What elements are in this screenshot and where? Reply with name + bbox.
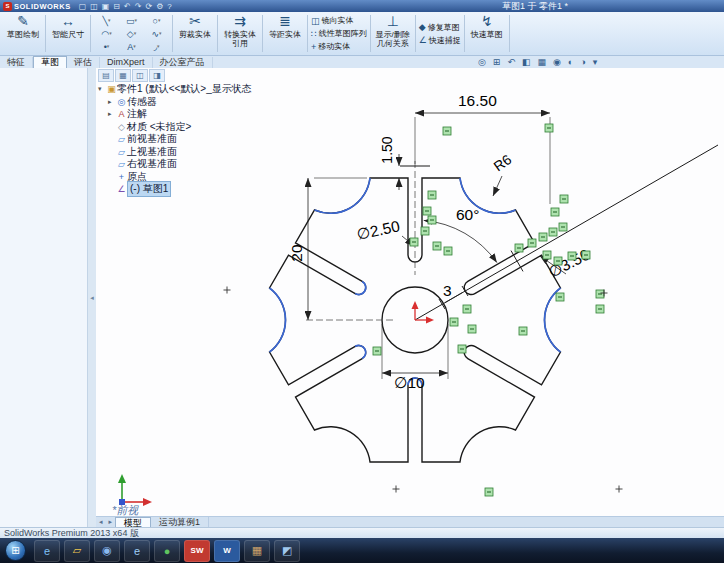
zoom-fit-icon[interactable]: ◎ [478,56,486,68]
tab-office[interactable]: 办公室产品 [153,57,213,68]
taskbar-notes-icon[interactable]: ◩ [274,540,300,562]
taskbar-browser-icon[interactable]: e [124,540,150,562]
rectangle-icon[interactable]: ▭▾ [119,14,144,28]
taskbar-ie-icon[interactable]: e [34,540,60,562]
highlighted-arcs[interactable] [270,178,561,385]
start-button[interactable]: ⊞ [5,540,26,561]
rapid-sketch-button[interactable]: ↯快速草图 [466,12,508,55]
tab-evaluate[interactable]: 评估 [67,57,100,68]
circle-icon[interactable]: ○▾ [144,14,169,28]
line-icon[interactable]: ╲▾ [94,14,119,28]
tree-root-part-expander[interactable]: ▾ [98,85,106,93]
mirror-entities-button-icon: ◫ [311,16,320,26]
section-view-icon[interactable]: ◧ [522,56,531,68]
model-tabs-scroll-left[interactable]: ◂ [96,518,106,526]
dim-bore-label[interactable]: ∅10 [394,374,425,391]
tree-item-top-plane[interactable]: ▱上视基准面 [98,146,230,159]
dim-top-width-label[interactable]: 16.50 [458,92,497,109]
help-icon[interactable]: ? [167,1,171,12]
tab-sketch[interactable]: 草图 [33,56,67,68]
repair-sketch-button-label: 修复草图 [428,22,460,33]
tree-item-right-plane[interactable]: ▱右视基准面 [98,158,230,171]
print-icon[interactable]: ⊟ [113,1,120,12]
feature-manager-tab[interactable]: ▤ [98,69,114,82]
hide-show-items-icon[interactable]: ◐ [568,56,573,68]
options-icon[interactable]: ⚙ [156,1,163,12]
tab-features[interactable]: 特征 [0,57,33,68]
tab-dimxpert[interactable]: DimXpert [100,57,153,68]
fillet-icon[interactable]: ◞▾ [144,40,169,54]
dimension-group[interactable]: 16.50 1.50 R6 60° ∅2.50 [288,92,593,391]
previous-view-icon[interactable]: ↶ [507,56,515,68]
taskbar-archive-icon[interactable]: ▦ [244,540,270,562]
arc-icon[interactable]: ◠▾ [94,27,119,41]
taskbar-green-app-icon[interactable]: ● [154,540,180,562]
tree-item-sensors[interactable]: ▸◎传感器 [98,96,230,109]
taskbar-solidworks-icon[interactable]: SW [184,540,210,562]
display-manager-tab[interactable]: ◨ [149,69,165,82]
trim-entities-button-label: 剪裁实体 [176,30,214,39]
quick-snaps-button[interactable]: ∠快速捕捉 [419,34,461,47]
model-tab[interactable]: 模型 [115,517,151,528]
dim-slot-width-label[interactable]: ∅2.50 [355,217,402,243]
tree-item-front-plane[interactable]: ▱前视基准面 [98,133,230,146]
tree-item-sensors-expander[interactable]: ▸ [108,98,116,106]
smart-dimension-button-label: 智能尺寸 [49,30,87,39]
taskbar-word-icon[interactable]: W [214,540,240,562]
repair-sketch-button-icon: ◆ [419,22,426,32]
tree-item-origin-icon: + [116,172,127,182]
tree-item-annotations[interactable]: ▸A注解 [98,108,230,121]
display-delete-relations-button[interactable]: ⊥显示/删除几何关系 [372,12,414,55]
configuration-manager-tab[interactable]: ◫ [132,69,148,82]
new-file-icon[interactable]: ▢ [79,1,87,12]
sketch-button[interactable]: ✎草图绘制 [2,12,44,55]
offset-entities-button[interactable]: ≣等距实体 [264,12,306,55]
view-orientation-icon[interactable]: ▦ [537,56,546,68]
tree-root-part[interactable]: ▾▣零件1 (默认<<默认>_显示状态 [98,83,230,96]
repair-sketch-button[interactable]: ◆修复草图 [419,21,460,34]
origin-marker[interactable] [412,301,435,324]
dim-radius-label[interactable]: R6 [491,151,515,174]
display-style-icon[interactable]: ◉ [553,56,561,68]
rapid-sketch-icon: ↯ [481,13,493,30]
mirror-entities-button[interactable]: ◫镜向实体 [311,14,354,27]
rebuild-icon[interactable]: ⟳ [145,1,152,12]
dim-angle-label[interactable]: 60° [456,206,479,223]
linear-sketch-pattern-button[interactable]: ∷线性草图阵列 [311,27,367,40]
tree-item-sketch1[interactable]: ∠(-) 草图1 [98,183,230,196]
taskbar-media-player-icon[interactable]: ◉ [94,540,120,562]
convert-entities-button[interactable]: ⇉转换实体引用 [219,12,261,55]
edit-appearance-icon[interactable]: ◑ [580,56,585,68]
taskbar-explorer-icon[interactable]: ▱ [64,540,90,562]
toolbar-separator [307,15,308,52]
tree-item-annotations-expander[interactable]: ▸ [108,110,116,118]
view-settings-arrow-icon[interactable]: ▾ [593,56,598,68]
dim-top-offset-label[interactable]: 1.50 [379,136,395,163]
open-file-icon[interactable]: ◫ [90,1,98,12]
redo-icon[interactable]: ↷ [135,1,142,12]
polygon-icon[interactable]: ◇▾ [119,27,144,41]
main-area: ◂ [0,68,724,527]
panel-splitter[interactable]: ◂ [87,68,96,527]
toolbar-separator [415,15,416,52]
offset-entities-icon: ≣ [279,13,291,30]
move-entities-button-icon: + [311,42,316,52]
move-entities-button[interactable]: +移动实体 [311,40,350,53]
motion-study-tab[interactable]: 运动算例1 [151,517,209,527]
property-manager-tab[interactable]: ▦ [115,69,131,82]
undo-icon[interactable]: ↶ [124,1,131,12]
zoom-area-icon[interactable]: ⊞ [493,56,501,68]
dim-center-offset-label[interactable]: 3 [443,282,452,299]
spline-icon[interactable]: ∿▾ [144,27,169,41]
model-tabs-scroll-right[interactable]: ▸ [106,518,116,526]
trim-entities-button[interactable]: ✂剪裁实体 [174,12,216,55]
dim-left-height-label[interactable]: 20 [288,244,305,262]
tree-item-sensors-icon: ◎ [116,97,127,107]
mirror-entities-button-label: 镜向实体 [322,15,354,26]
point-icon[interactable]: •▾ [94,40,119,54]
tree-item-material[interactable]: ◇材质 <未指定> [98,121,230,134]
text-icon[interactable]: A▾ [119,40,144,54]
smart-dimension-button[interactable]: ↔智能尺寸 [47,12,89,55]
graphics-area[interactable]: 16.50 1.50 R6 60° ∅2.50 [96,68,724,527]
save-icon[interactable]: ▣ [102,1,110,12]
